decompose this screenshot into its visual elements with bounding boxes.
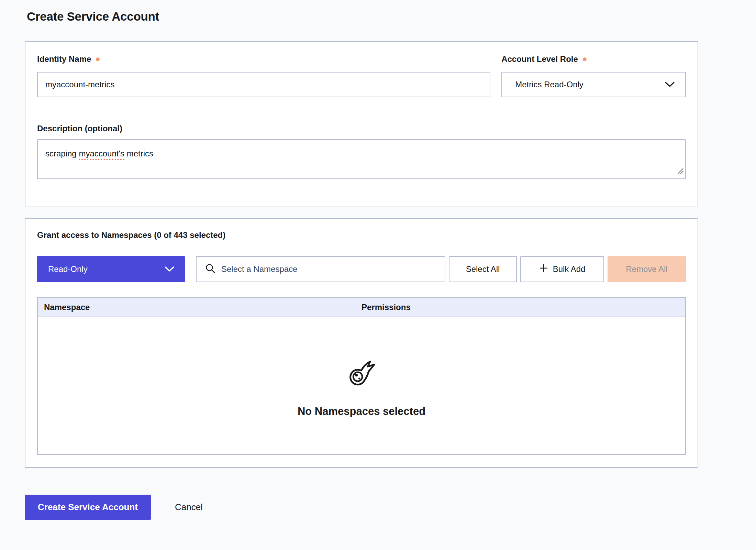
misspelled-word: myaccount's bbox=[79, 149, 124, 158]
namespace-search-input[interactable] bbox=[221, 264, 438, 274]
namespace-table: Namespace Permissions No Namespaces sele… bbox=[37, 297, 686, 455]
bulk-add-button[interactable]: Bulk Add bbox=[520, 256, 604, 282]
namespace-search[interactable] bbox=[196, 256, 445, 282]
namespace-table-body: No Namespaces selected bbox=[38, 317, 685, 454]
cancel-button[interactable]: Cancel bbox=[175, 502, 203, 513]
create-service-account-button[interactable]: Create Service Account bbox=[25, 495, 151, 520]
empty-state: No Namespaces selected bbox=[298, 358, 425, 418]
account-level-role-value: Metrics Read-Only bbox=[515, 80, 665, 89]
namespace-section-heading: Grant access to Namespaces (0 of 443 sel… bbox=[37, 230, 686, 240]
comet-icon bbox=[346, 358, 377, 390]
select-all-button[interactable]: Select All bbox=[449, 256, 517, 282]
account-level-role-label: Account Level Role bbox=[501, 54, 686, 64]
namespace-access-card: Grant access to Namespaces (0 of 443 sel… bbox=[25, 218, 698, 468]
description-label: Description (optional) bbox=[37, 123, 686, 134]
column-header-namespace: Namespace bbox=[38, 302, 362, 312]
page-title: Create Service Account bbox=[27, 10, 731, 23]
description-textarea[interactable]: scraping myaccount's metrics bbox=[37, 139, 686, 179]
required-dot bbox=[583, 57, 587, 61]
identity-name-input[interactable] bbox=[37, 72, 490, 97]
search-icon bbox=[205, 263, 216, 275]
create-service-account-page: Create Service Account Identity Name Acc… bbox=[0, 0, 756, 520]
resize-handle-icon[interactable] bbox=[677, 166, 684, 177]
chevron-down-icon bbox=[665, 80, 675, 89]
identity-card: Identity Name Account Level Role Metrics… bbox=[25, 41, 698, 207]
namespace-table-header: Namespace Permissions bbox=[38, 298, 685, 317]
permission-role-dropdown[interactable]: Read-Only bbox=[37, 256, 185, 282]
identity-name-label: Identity Name bbox=[37, 54, 490, 64]
required-dot bbox=[96, 57, 100, 61]
plus-icon bbox=[539, 264, 553, 275]
chevron-down-icon bbox=[164, 264, 175, 274]
column-header-permissions: Permissions bbox=[362, 302, 685, 312]
empty-state-message: No Namespaces selected bbox=[298, 405, 425, 418]
account-level-role-select[interactable]: Metrics Read-Only bbox=[501, 72, 686, 97]
permission-role-value: Read-Only bbox=[48, 264, 164, 274]
remove-all-button[interactable]: Remove All bbox=[608, 256, 686, 282]
